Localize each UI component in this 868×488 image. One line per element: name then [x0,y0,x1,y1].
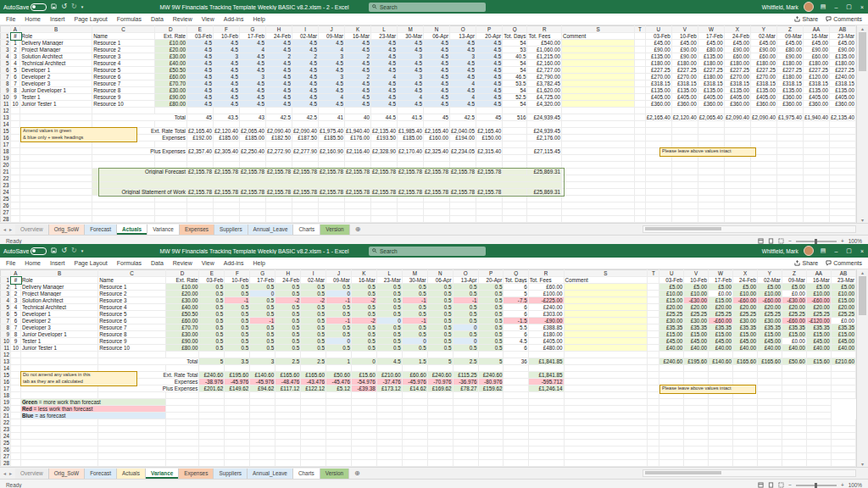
grid-cell[interactable]: Resource 1 [98,284,165,291]
grid-cell[interactable] [659,426,684,433]
grid-cell[interactable]: £70.70 [165,324,199,331]
sheet-tab-actuals[interactable]: Actuals [117,469,146,479]
row-header-8[interactable]: 8 [1,80,11,87]
column-header-X[interactable]: X [724,26,750,33]
grid-cell[interactable]: 4.5 [319,40,345,47]
grid-cell[interactable] [782,460,806,467]
grid-cell[interactable]: 44.5 [371,114,398,121]
grid-cell[interactable]: £35.35 [709,324,733,331]
grid-cell[interactable]: £135.00 [803,87,829,94]
grid-cell[interactable] [659,453,684,460]
grid-cell[interactable] [20,189,92,196]
grid-cell[interactable]: 53 [503,47,527,53]
grid-cell[interactable] [829,128,855,135]
grid-cell[interactable]: 4.5 [345,67,371,74]
grid-cell[interactable]: £2,155.78 [266,169,292,175]
grid-cell[interactable]: £10.00 [733,291,758,297]
sheet-tab-expenses[interactable]: Expenses [179,469,214,479]
grid-cell[interactable]: £115.25 [453,372,478,379]
horizontal-scrollbar[interactable] [643,225,856,233]
grid-cell[interactable] [648,311,659,318]
grid-cell[interactable] [345,202,371,209]
grid-cell[interactable] [10,169,20,175]
grid-cell[interactable] [829,202,855,209]
grid-cell[interactable]: Resource 6 [98,318,165,324]
grid-cell[interactable]: £150.00 [476,135,503,141]
grid-cell[interactable]: £90.00 [165,338,199,345]
grid-cell[interactable] [776,175,803,182]
grid-cell[interactable]: Developer 3 [20,80,92,87]
grid-cell[interactable]: 0.5 [453,284,478,291]
grid-cell[interactable] [803,148,829,155]
grid-cell[interactable] [10,413,20,419]
grid-cell[interactable] [698,182,724,189]
grid-cell[interactable] [684,419,709,426]
grid-cell[interactable]: -595.712 [528,379,564,385]
close-icon[interactable]: × [859,4,865,10]
grid-cell[interactable]: 4.5 [186,60,213,67]
grid-cell[interactable] [186,196,213,202]
grid-cell[interactable] [326,392,352,399]
grid-cell[interactable]: £1,060.00 [527,47,562,53]
grid-cell[interactable] [758,352,782,358]
row-header-20[interactable]: 20 [1,406,11,413]
grid-cell[interactable] [564,440,648,446]
grid-cell[interactable] [402,419,427,426]
grid-cell[interactable]: £210.60 [376,372,402,379]
grid-cell[interactable] [671,189,698,196]
grid-cell[interactable] [20,148,92,155]
grid-cell[interactable]: 4.5 [239,101,265,108]
grid-cell[interactable]: 0.5 [427,324,453,331]
grid-cell[interactable] [698,128,724,135]
grid-cell[interactable]: £30.00 [165,297,199,304]
grid-cell[interactable]: 4.5 [239,40,265,47]
grid-cell[interactable] [10,108,20,114]
grid-cell[interactable] [659,406,684,413]
scroll-up-icon[interactable]: ▴ [861,269,864,275]
grid-cell[interactable]: £2,155.78 [292,189,319,196]
grid-cell[interactable] [225,440,250,446]
grid-cell[interactable] [478,406,504,413]
grid-cell[interactable]: £405.00 [645,94,671,101]
grid-cell[interactable]: 4.5 [266,80,292,87]
column-header-A[interactable]: A [10,270,20,277]
grid-cell[interactable] [528,413,564,419]
grid-cell[interactable]: -£90.00 [528,318,564,324]
grid-cell[interactable] [698,121,724,128]
grid-cell[interactable] [806,440,831,446]
grid-cell[interactable] [345,108,371,114]
row-header-28[interactable]: 28 [1,216,11,223]
grid-cell[interactable]: 09-Mar [326,277,352,284]
grid-cell[interactable] [831,352,855,358]
grid-cell[interactable] [186,108,213,114]
qat-dropdown-icon[interactable]: ▾ [81,3,84,10]
menu-tab-formulas[interactable]: Formulas [117,260,142,266]
grid-cell[interactable]: £360.00 [803,101,829,108]
column-header-B[interactable]: B [20,270,97,277]
row-header-15[interactable]: 15 [1,372,11,379]
grid-cell[interactable]: £180.00 [698,60,724,67]
grid-cell[interactable]: 4.5 [450,74,476,80]
column-header-Y[interactable]: Y [750,26,776,33]
grid-cell[interactable] [424,196,450,202]
grid-cell[interactable] [648,460,659,467]
grid-cell[interactable] [319,121,345,128]
grid-cell[interactable]: £185.00 [213,135,239,141]
sheet-tab-variance[interactable]: Variance [146,469,179,479]
grid-cell[interactable] [564,318,648,324]
grid-cell[interactable] [782,406,806,413]
grid-cell[interactable] [648,399,659,406]
grid-cell[interactable] [376,446,402,453]
grid-cell[interactable] [92,108,155,114]
grid-cell[interactable]: 4.5 [213,87,239,94]
grid-cell[interactable] [803,175,829,182]
qat-dropdown-icon[interactable]: ▾ [81,247,84,254]
grid-cell[interactable] [98,392,165,399]
grid-cell[interactable] [250,426,275,433]
grid-cell[interactable]: 0.5 [199,318,225,324]
grid-cell[interactable]: -1 [250,318,275,324]
grid-cell[interactable]: 30-Mar [402,277,427,284]
grid-cell[interactable]: Developer 3 [20,324,97,331]
sheet-tab-expenses[interactable]: Expenses [180,225,214,235]
grid-cell[interactable]: Resource 4 [98,304,165,311]
